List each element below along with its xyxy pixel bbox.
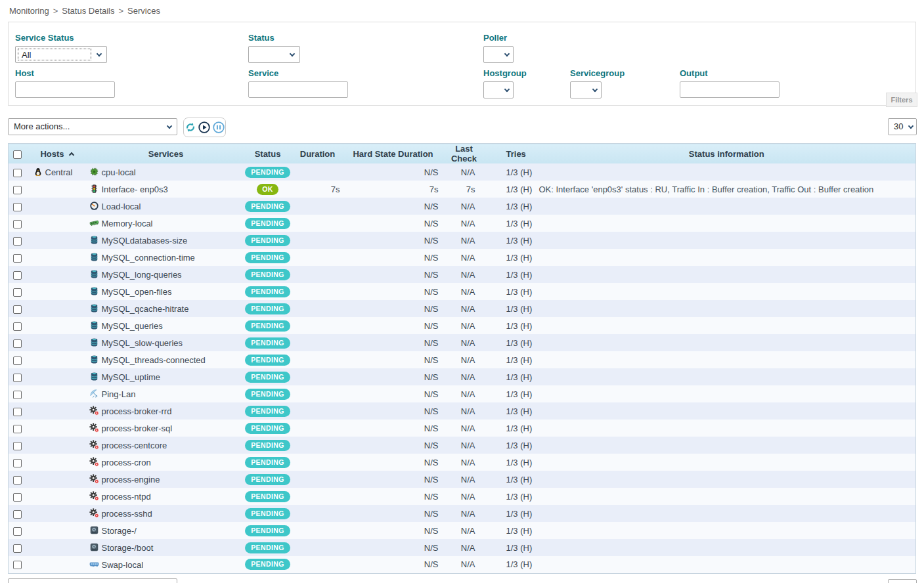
- header-status-information[interactable]: Status information: [538, 144, 916, 164]
- service-link[interactable]: MySQLdatabases-size: [102, 236, 188, 246]
- filters-tab[interactable]: Filters: [886, 93, 917, 107]
- tries-cell: 1/3 (H): [487, 454, 538, 471]
- row-checkbox[interactable]: [13, 186, 22, 194]
- last-check-cell: N/A: [442, 334, 487, 351]
- service-link[interactable]: MySQL_slow-queries: [102, 338, 183, 348]
- play-icon[interactable]: [198, 121, 211, 135]
- row-checkbox[interactable]: [13, 203, 22, 211]
- status-information-cell: OK: Interface 'enp0s3' status : RU, Traf…: [538, 181, 916, 198]
- service-link[interactable]: Storage-/: [102, 526, 137, 536]
- row-checkbox[interactable]: [13, 408, 22, 416]
- row-checkbox[interactable]: [13, 237, 22, 246]
- header-status[interactable]: Status: [245, 144, 291, 164]
- status-information-cell: [538, 368, 916, 385]
- row-checkbox[interactable]: [13, 391, 22, 399]
- status-information-cell: [538, 556, 916, 573]
- row-checkbox[interactable]: [13, 561, 22, 569]
- page-size-select[interactable]: 30: [888, 118, 917, 135]
- service-link[interactable]: process-centcore: [102, 441, 167, 450]
- last-check-cell: N/A: [442, 317, 487, 334]
- row-checkbox[interactable]: [13, 459, 22, 467]
- header-tries[interactable]: Tries: [487, 144, 538, 164]
- header-hard-state-duration[interactable]: Hard State Duration: [345, 144, 442, 164]
- status-badge: OK: [257, 184, 278, 195]
- status-badge: PENDING: [245, 167, 290, 178]
- row-checkbox-cell: [9, 300, 27, 317]
- header-hosts[interactable]: Hosts: [27, 144, 87, 164]
- servicegroup-select[interactable]: [570, 81, 602, 98]
- row-checkbox[interactable]: [13, 169, 22, 177]
- hard-state-duration-cell: N/S: [345, 522, 442, 539]
- status-select[interactable]: [248, 46, 300, 63]
- row-checkbox[interactable]: [13, 527, 22, 536]
- host-cell: [27, 402, 87, 420]
- status-cell: PENDING: [245, 317, 291, 334]
- service-link[interactable]: Storage-/boot: [102, 543, 154, 553]
- service-link[interactable]: Interface- enp0s3: [102, 184, 168, 194]
- select-all-checkbox[interactable]: [13, 150, 22, 159]
- output-input[interactable]: [680, 81, 780, 98]
- status-information-cell: [538, 215, 916, 232]
- more-actions-select-bottom[interactable]: [8, 578, 177, 583]
- row-checkbox[interactable]: [13, 493, 22, 502]
- service-link[interactable]: process-ntpd: [102, 492, 151, 502]
- service-link[interactable]: process-broker-sql: [102, 423, 173, 433]
- service-link[interactable]: process-cron: [102, 458, 151, 467]
- service-link[interactable]: Memory-local: [102, 219, 153, 228]
- service-link[interactable]: MySQL_connection-time: [102, 253, 195, 263]
- row-checkbox-cell: [9, 351, 27, 368]
- row-checkbox[interactable]: [13, 374, 22, 382]
- row-checkbox[interactable]: [13, 442, 22, 450]
- service-link[interactable]: MySQL_long-queries: [102, 270, 182, 280]
- row-checkbox[interactable]: [13, 305, 22, 314]
- more-actions-label: More actions...: [9, 119, 177, 135]
- row-checkbox[interactable]: [13, 425, 22, 433]
- header-last-check[interactable]: Last Check: [442, 144, 487, 164]
- service-status-select[interactable]: All: [15, 46, 107, 63]
- table-row: Central cpu-local PENDING N/S N/A 1/3 (H…: [9, 163, 916, 181]
- row-checkbox[interactable]: [13, 356, 22, 365]
- row-checkbox[interactable]: [13, 271, 22, 280]
- chevron-down-icon: [290, 51, 295, 56]
- status-information-cell: [538, 488, 916, 505]
- poller-select[interactable]: [483, 46, 514, 63]
- service-link[interactable]: MySQL_threads-connected: [102, 355, 206, 365]
- service-link[interactable]: MySQL_open-files: [102, 287, 172, 297]
- service-link[interactable]: Swap-local: [102, 560, 144, 570]
- hostgroup-select[interactable]: [483, 81, 514, 98]
- more-actions-select[interactable]: More actions...: [8, 118, 177, 135]
- page-size-select-bottom[interactable]: [888, 579, 917, 583]
- last-check-cell: N/A: [442, 249, 487, 266]
- service-link[interactable]: process-engine: [102, 475, 160, 485]
- header-services[interactable]: Services: [87, 144, 245, 164]
- row-checkbox[interactable]: [13, 339, 22, 348]
- row-checkbox[interactable]: [13, 254, 22, 263]
- tries-cell: 1/3 (H): [487, 556, 538, 573]
- service-link[interactable]: MySQL_uptime: [102, 372, 161, 382]
- row-checkbox[interactable]: [13, 288, 22, 297]
- row-checkbox[interactable]: [13, 322, 22, 331]
- row-checkbox[interactable]: [13, 476, 22, 485]
- pause-icon[interactable]: [212, 121, 225, 135]
- hard-state-duration-cell: N/S: [345, 556, 442, 573]
- breadcrumb-services[interactable]: Services: [127, 6, 160, 16]
- service-link[interactable]: MySQL_queries: [102, 321, 163, 331]
- service-link[interactable]: Ping-Lan: [102, 389, 136, 399]
- service-input[interactable]: [248, 81, 348, 98]
- host-input[interactable]: [15, 81, 115, 98]
- service-link[interactable]: process-broker-rrd: [102, 406, 172, 416]
- header-duration[interactable]: Duration: [291, 144, 345, 164]
- table-body: Central cpu-local PENDING N/S N/A 1/3 (H…: [9, 163, 916, 573]
- breadcrumb-status-details[interactable]: Status Details: [62, 6, 114, 16]
- tries-cell: 1/3 (H): [487, 232, 538, 249]
- host-link[interactable]: Central: [45, 167, 73, 177]
- row-checkbox[interactable]: [13, 510, 22, 519]
- service-link[interactable]: MySQL_qcache-hitrate: [102, 304, 189, 314]
- service-link[interactable]: cpu-local: [102, 167, 136, 177]
- breadcrumb-monitoring[interactable]: Monitoring: [9, 6, 49, 16]
- service-link[interactable]: process-sshd: [102, 509, 152, 519]
- row-checkbox[interactable]: [13, 220, 22, 228]
- row-checkbox[interactable]: [13, 544, 22, 553]
- service-link[interactable]: Load-local: [102, 202, 141, 211]
- refresh-icon[interactable]: [184, 121, 197, 135]
